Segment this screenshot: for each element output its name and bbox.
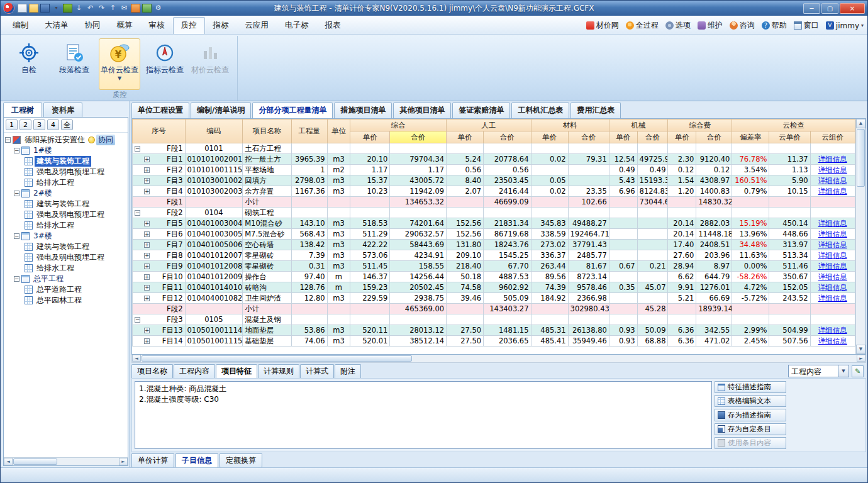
grid-cell[interactable]: 18939.14	[696, 304, 732, 314]
tree-leaf-row[interactable]: 给排水工程	[5, 177, 128, 188]
ribbon-button-index-cloud-check[interactable]: 指标云检查	[144, 38, 186, 90]
grid-cell[interactable]	[810, 208, 855, 218]
collapse-box-icon[interactable]: −	[5, 137, 11, 143]
save-icon[interactable]	[40, 4, 50, 13]
grid-cell[interactable]	[637, 293, 668, 304]
grid-cell[interactable]	[609, 229, 637, 240]
grid-cell[interactable]	[568, 175, 609, 186]
tree-leaf-row[interactable]: 强电及弱电预埋工程	[5, 209, 128, 220]
grid-cell[interactable]: 详细信息	[810, 336, 855, 347]
scroll-thumb[interactable]	[857, 129, 865, 187]
worksheet-tab[interactable]: 分部分项工程量清单	[252, 103, 333, 118]
grid-cell[interactable]: 313.97	[769, 240, 810, 250]
grid-cell[interactable]: 10.23	[350, 186, 390, 197]
deviation-cell[interactable]: 15.19%	[732, 218, 769, 229]
grid-cell[interactable]: 511.46	[769, 261, 810, 272]
grid-cell[interactable]	[668, 208, 696, 218]
row-header-cell[interactable]: +F目12	[133, 293, 186, 304]
menu-tab[interactable]: 概算	[109, 17, 141, 34]
grid-cell[interactable]: 152.56	[447, 229, 484, 240]
grid-cell[interactable]	[637, 229, 668, 240]
collapse-box-icon[interactable]: −	[135, 317, 140, 323]
grid-cell[interactable]: 1.13	[769, 165, 810, 175]
grid-cell[interactable]	[769, 143, 810, 154]
grid-cell[interactable]: 89.56	[531, 272, 568, 282]
grid-cell[interactable]: 7.39	[291, 250, 327, 261]
deviation-cell[interactable]: 76.78%	[732, 154, 769, 165]
column-subheader[interactable]: 合价	[568, 131, 609, 143]
menu-item-options-gear[interactable]: 选项	[665, 20, 691, 31]
grid-cell[interactable]: 8.97	[696, 261, 732, 272]
grid-cell[interactable]: 余方弃置	[243, 186, 291, 197]
tree-leaf-row[interactable]: 强电及弱电预埋工程	[5, 167, 128, 177]
scroll-right-icon[interactable]: ►	[119, 458, 128, 465]
grid-cell[interactable]: m3	[327, 325, 350, 336]
grid-cell[interactable]: 0105	[185, 314, 243, 325]
mail-icon[interactable]: ✉	[120, 4, 129, 13]
expand-box-icon[interactable]: +	[144, 221, 150, 226]
grid-cell[interactable]: 详细信息	[810, 218, 855, 229]
column-subheader[interactable]: 云单价	[769, 131, 810, 143]
grid-cell[interactable]	[637, 208, 668, 218]
grid-cell[interactable]: 218.40	[447, 261, 484, 272]
grid-cell[interactable]: 小计	[243, 197, 291, 208]
grid-cell[interactable]: 27.50	[447, 336, 484, 347]
edit-content-icon[interactable]: ✎	[852, 365, 864, 377]
grid-cell[interactable]: 43005.72	[390, 175, 447, 186]
scroll-thumb[interactable]	[142, 355, 412, 362]
grid-cell[interactable]	[327, 208, 350, 218]
package-icon[interactable]	[131, 4, 140, 13]
column-header[interactable]: 编码	[185, 119, 243, 143]
worksheet-tab[interactable]: 措施项目清单	[334, 103, 392, 118]
grid-cell[interactable]: 507.56	[769, 336, 810, 347]
button-table-edit-text[interactable]: 表格编辑文本	[715, 395, 786, 407]
save-all-icon[interactable]	[63, 4, 72, 13]
grid-cell[interactable]: 2485.77	[568, 250, 609, 261]
redo-icon[interactable]: ↷	[97, 4, 106, 13]
column-group-header[interactable]: 机械	[609, 119, 668, 131]
grid-cell[interactable]	[484, 143, 531, 154]
tree-node-row[interactable]: −总平工程	[5, 274, 128, 284]
grid-cell[interactable]: 20.10	[350, 154, 390, 165]
column-group-header[interactable]: 综合费	[668, 119, 732, 131]
tree-node-row[interactable]: −2#楼	[5, 188, 128, 199]
grid-cell[interactable]: 挖一般土方	[243, 154, 291, 165]
grid-cell[interactable]: 143403.27	[484, 304, 531, 314]
ribbon-button-unit-price-cloud-check[interactable]: ¥单价云检查▼	[99, 38, 140, 90]
close-button[interactable]: ×	[840, 3, 865, 14]
grid-cell[interactable]: 地面垫层	[243, 325, 291, 336]
column-subheader[interactable]: 合价	[696, 131, 732, 143]
grid-cell[interactable]	[531, 314, 568, 325]
grid-cell[interactable]: 1.17	[350, 165, 390, 175]
grid-cell[interactable]	[769, 208, 810, 218]
grid-cell[interactable]: 9120.40	[696, 154, 732, 165]
grid-cell[interactable]: 0.12	[696, 165, 732, 175]
grid-cell[interactable]	[637, 143, 668, 154]
tab-library[interactable]: 资料库	[43, 103, 82, 117]
grid-cell[interactable]: 573.06	[350, 250, 390, 261]
collapse-box-icon[interactable]: −	[135, 210, 140, 216]
grid-cell[interactable]: 2366.98	[568, 293, 609, 304]
column-header[interactable]: 序号	[133, 119, 186, 143]
tree-level-button[interactable]: 3	[33, 119, 45, 130]
detail-tab[interactable]: 附注	[335, 364, 361, 378]
detail-info-link[interactable]: 详细信息	[818, 155, 847, 164]
detail-info-link[interactable]: 详细信息	[818, 283, 847, 292]
expand-box-icon[interactable]: +	[144, 189, 150, 194]
grid-cell[interactable]	[327, 197, 350, 208]
grid-cell[interactable]	[637, 272, 668, 282]
grid-cell[interactable]: 1.20	[668, 186, 696, 197]
detail-info-link[interactable]: 详细信息	[818, 230, 847, 238]
grid-cell[interactable]: 0.12	[668, 165, 696, 175]
grid-cell[interactable]: 详细信息	[810, 175, 855, 186]
grid-cell[interactable]: 74.58	[447, 282, 484, 293]
detail-tab[interactable]: 计算式	[300, 364, 334, 378]
deviation-cell[interactable]: 2.45%	[732, 336, 769, 347]
grid-cell[interactable]	[810, 304, 855, 314]
grid-cell[interactable]: 342.55	[696, 325, 732, 336]
grid-cell[interactable]	[531, 304, 568, 314]
grid-cell[interactable]: 520.11	[350, 325, 390, 336]
detail-tab[interactable]: 工程内容	[174, 364, 215, 378]
deviation-cell[interactable]: 11.63%	[732, 250, 769, 261]
content-type-dropdown[interactable]: 工程内容 ▼	[788, 365, 849, 377]
